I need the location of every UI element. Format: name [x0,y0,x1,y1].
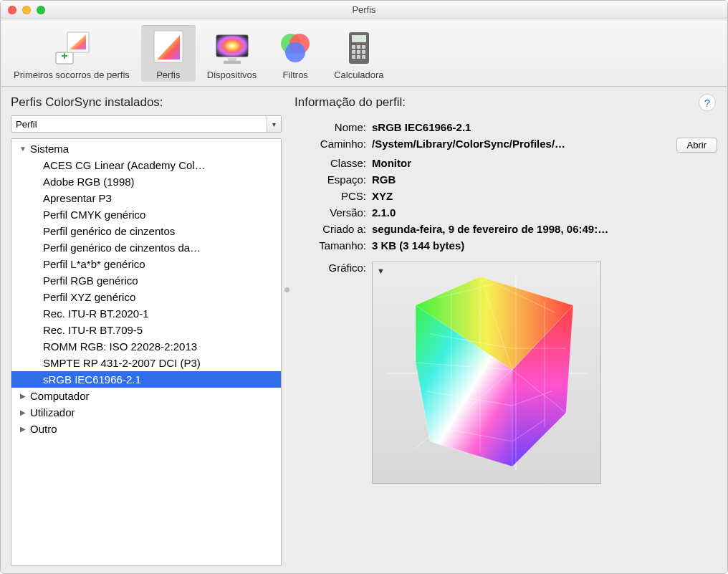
group-outro[interactable]: ▶ Outro [11,421,281,437]
disclosure-triangle-icon[interactable]: ▶ [19,392,27,400]
group-computador[interactable]: ▶ Computador [11,388,281,404]
list-item[interactable]: SMPTE RP 431-2-2007 DCI (P3) [11,355,281,371]
list-item[interactable]: Perfil CMYK genérico [11,206,281,223]
minimize-icon[interactable] [22,6,31,14]
left-panel: Perfis ColorSync instalados: Perfil ▾ ▼ … [1,87,287,573]
label-version: Versão: [294,206,366,219]
profile-info-table: Nome: sRGB IEC61966-2.1 Caminho: /System… [294,121,717,252]
list-item[interactable]: Adobe RGB (1998) [11,173,281,190]
help-button[interactable]: ? [699,94,716,111]
filters-icon [275,28,315,68]
svg-rect-23 [362,55,365,59]
list-item[interactable]: Perfil L*a*b* genérico [11,256,281,272]
profiles-icon [148,28,188,68]
display-icon [212,28,252,68]
group-label: Sistema [30,143,69,155]
item-label: Perfil genérico de cinzentos da… [43,241,201,254]
item-label: Perfil XYZ genérico [43,291,135,303]
question-icon: ? [704,97,710,109]
label-path: Caminho: [294,138,366,150]
svg-rect-15 [352,45,355,49]
svg-rect-21 [352,55,355,59]
toolbar-label: Dispositivos [207,70,257,80]
label-class: Classe: [294,157,366,169]
sort-by-dropdown[interactable]: Perfil ▾ [11,115,282,133]
item-label: Perfil CMYK genérico [43,209,145,221]
group-utilizador[interactable]: ▶ Utilizador [11,404,281,421]
svg-rect-22 [357,55,360,59]
item-label: ROMM RGB: ISO 22028-2:2013 [43,340,197,353]
toolbar-filtros[interactable]: Filtros [268,25,322,82]
first-aid-profiles-icon [52,28,92,68]
list-item[interactable]: ACES CG Linear (Academy Col… [11,157,281,173]
list-item[interactable]: Apresentar P3 [11,190,281,206]
list-item[interactable]: Rec. ITU-R BT.2020-1 [11,305,281,322]
graph-row: Gráfico: ▼ [294,262,717,484]
item-label: Rec. ITU-R BT.709-5 [43,324,143,336]
gamut-graph[interactable]: ▼ [372,262,601,484]
installed-profiles-title: Perfis ColorSync instalados: [11,95,284,110]
label-name: Nome: [294,121,366,133]
label-created: Criado a: [294,223,366,235]
svg-rect-7 [216,35,248,57]
svg-rect-19 [357,50,360,54]
svg-rect-8 [228,58,236,61]
toolbar-perfis[interactable]: Perfis [141,25,196,82]
value-space: RGB [372,173,717,186]
window-controls [8,6,45,14]
toolbar-calculadora[interactable]: Calculadora [327,25,391,82]
toolbar-primeiros-socorros[interactable]: Primeiros socorros de perfis [6,25,137,82]
list-item[interactable]: Rec. ITU-R BT.709-5 [11,322,281,338]
svg-rect-20 [362,50,365,54]
svg-rect-2 [64,53,65,59]
group-label: Utilizador [30,406,75,418]
item-label: Perfil RGB genérico [43,274,138,287]
item-label: Perfil L*a*b* genérico [43,258,145,270]
colorsync-window: Perfis [0,0,728,574]
disclosure-triangle-icon[interactable]: ▼ [19,145,27,153]
titlebar[interactable]: Perfis [1,1,727,19]
close-icon[interactable] [8,6,16,14]
list-item[interactable]: Perfil genérico de cinzentos [11,223,281,239]
value-version: 2.1.0 [372,206,717,219]
toolbar-label: Primeiros socorros de perfis [14,70,130,80]
value-pcs: XYZ [372,190,717,202]
toolbar-dispositivos[interactable]: Dispositivos [200,25,264,82]
profiles-listbox[interactable]: ▼ Sistema ACES CG Linear (Academy Col… A… [11,138,282,566]
list-item-selected[interactable]: sRGB IEC61966-2.1 [11,371,281,388]
svg-rect-9 [224,61,241,64]
list-item[interactable]: Perfil XYZ genérico [11,289,281,305]
svg-rect-18 [352,50,355,54]
item-label: Apresentar P3 [43,192,112,204]
disclosure-triangle-icon[interactable]: ▶ [19,408,27,416]
item-label: sRGB IEC61966-2.1 [43,373,141,386]
group-sistema[interactable]: ▼ Sistema [11,140,281,157]
item-label: Perfil genérico de cinzentos [43,225,175,237]
chevron-down-icon[interactable]: ▾ [267,116,281,132]
toolbar: Primeiros socorros de perfis [1,19,727,87]
svg-rect-14 [352,35,366,42]
disclosure-triangle-icon[interactable]: ▶ [19,425,27,433]
calculator-icon [339,28,379,68]
svg-rect-16 [357,45,360,49]
list-item[interactable]: ROMM RGB: ISO 22028-2:2013 [11,338,281,355]
value-created: segunda-feira, 9 de fevereiro de 1998, 0… [372,223,717,235]
zoom-icon[interactable] [37,6,45,14]
group-label: Computador [30,390,90,402]
body: Perfis ColorSync instalados: Perfil ▾ ▼ … [1,87,727,573]
list-item[interactable]: Perfil RGB genérico [11,272,281,289]
toolbar-label: Calculadora [334,70,383,80]
group-label: Outro [30,423,57,435]
label-size: Tamanho: [294,239,366,252]
label-graph: Gráfico: [294,262,366,484]
toolbar-label: Perfis [156,70,180,80]
svg-rect-17 [362,45,365,49]
window-title: Perfis [352,4,375,15]
dropdown-label: Perfil [16,119,37,130]
toolbar-label: Filtros [282,70,307,80]
open-button[interactable]: Abrir [676,138,717,153]
label-pcs: PCS: [294,190,366,202]
profile-info-title: Informação do perfil: [294,95,717,110]
list-item[interactable]: Perfil genérico de cinzentos da… [11,239,281,256]
item-label: SMPTE RP 431-2-2007 DCI (P3) [43,357,201,369]
